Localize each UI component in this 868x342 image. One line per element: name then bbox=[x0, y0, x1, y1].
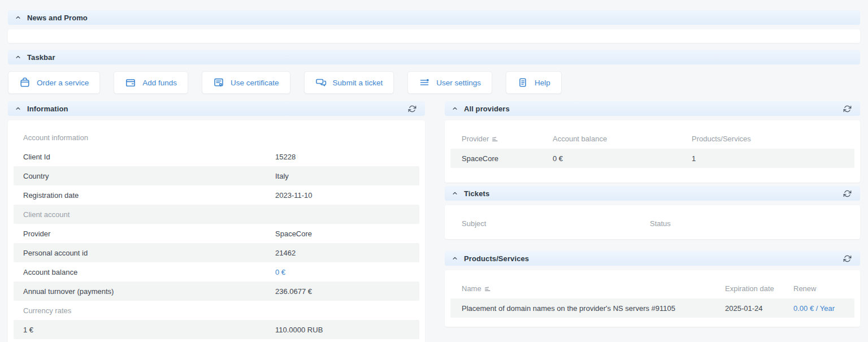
refresh-icon[interactable] bbox=[842, 103, 853, 114]
info-row-label: Country bbox=[23, 172, 275, 180]
column-header-subject: Subject bbox=[462, 219, 650, 228]
column-header-status: Status bbox=[650, 219, 843, 228]
page: News and Promo Taskbar Order a serviceAd… bbox=[0, 0, 868, 342]
provider-row[interactable]: SpaceCore0 €1 bbox=[450, 149, 854, 168]
column-header-label: Account balance bbox=[553, 135, 607, 143]
product-renew-link[interactable]: 0.00 € / Year bbox=[793, 304, 843, 313]
info-data-row: Account balance0 € bbox=[14, 262, 419, 282]
tickets-panel: SubjectStatus bbox=[445, 205, 860, 239]
section-header-products[interactable]: Products/Services bbox=[445, 251, 860, 266]
info-row-label: Account balance bbox=[23, 268, 275, 276]
taskbar-button-label: Order a service bbox=[37, 79, 89, 87]
info-data-row: Annual turnover (payments)236.0677 € bbox=[14, 282, 419, 301]
info-row-label: Registration date bbox=[23, 191, 275, 200]
column-header-label: Status bbox=[650, 219, 671, 228]
column-header-label: Name bbox=[462, 284, 481, 293]
right-column: All providers ProviderAccount balancePro… bbox=[445, 101, 860, 327]
section-header-taskbar[interactable]: Taskbar bbox=[8, 50, 860, 64]
section-title-news: News and Promo bbox=[27, 14, 88, 22]
info-row-label: 1 € bbox=[23, 326, 275, 334]
info-data-row: CountryItaly bbox=[14, 166, 419, 185]
refresh-icon[interactable] bbox=[407, 103, 418, 114]
column-header-label: Provider bbox=[462, 135, 489, 143]
info-data-row: Client Id15228 bbox=[14, 147, 419, 166]
settings-list-icon bbox=[419, 77, 430, 88]
refresh-icon[interactable] bbox=[842, 188, 853, 199]
chevron-up-icon bbox=[452, 106, 458, 111]
section-header-information[interactable]: Information bbox=[8, 101, 425, 116]
chevron-up-icon bbox=[452, 191, 458, 196]
document-icon bbox=[517, 77, 528, 88]
providers-panel: ProviderAccount balanceProducts/Services… bbox=[445, 120, 860, 183]
taskbar-button-label: Submit a ticket bbox=[333, 79, 383, 87]
column-header-expiration-date: Expiration date bbox=[725, 284, 793, 293]
info-row-value: 236.0677 € bbox=[275, 287, 410, 296]
taskbar-button-label: Help bbox=[535, 79, 550, 87]
certificate-icon bbox=[213, 77, 224, 88]
information-panel: Account informationClient Id15228Country… bbox=[8, 120, 425, 342]
wallet-icon bbox=[125, 77, 136, 88]
section-title-taskbar: Taskbar bbox=[27, 53, 55, 62]
info-section-row: Client account bbox=[14, 205, 419, 224]
column-header-label: Products/Services bbox=[692, 135, 751, 143]
provider-cell: 0 € bbox=[553, 154, 692, 163]
info-data-row: ProviderSpaceCore bbox=[14, 224, 419, 243]
sort-asc-icon bbox=[484, 286, 491, 292]
info-row-value[interactable]: 0 € bbox=[275, 268, 410, 276]
taskbar-buttons: Order a serviceAdd fundsUse certificateS… bbox=[8, 71, 860, 94]
info-section-label: Currency rates bbox=[23, 306, 410, 315]
provider-cell: SpaceCore bbox=[462, 154, 553, 163]
product-expiration-date: 2025-01-24 bbox=[725, 304, 793, 313]
info-row-value: 2023-11-10 bbox=[275, 191, 410, 200]
info-section-label: Account information bbox=[23, 133, 410, 142]
taskbar-button-use-certificate[interactable]: Use certificate bbox=[202, 71, 290, 94]
column-header-label: Renew bbox=[793, 284, 816, 293]
taskbar-button-submit-a-ticket[interactable]: Submit a ticket bbox=[304, 71, 394, 94]
info-section-label: Client account bbox=[23, 210, 410, 219]
provider-cell: 1 bbox=[692, 154, 843, 163]
products-panel: NameExpiration dateRenew Placement of do… bbox=[445, 270, 860, 327]
section-title-tickets: Tickets bbox=[464, 189, 489, 198]
info-data-row: Personal account id21462 bbox=[14, 243, 419, 262]
sort-asc-icon bbox=[492, 136, 498, 142]
section-header-tickets[interactable]: Tickets bbox=[445, 186, 860, 201]
column-header-renew: Renew bbox=[793, 284, 843, 293]
column-header-label: Subject bbox=[462, 219, 486, 228]
section-header-news[interactable]: News and Promo bbox=[8, 10, 860, 25]
taskbar-button-order-a-service[interactable]: Order a service bbox=[8, 71, 100, 94]
chevron-up-icon bbox=[15, 54, 21, 60]
product-row[interactable]: Placement of domain names on the provide… bbox=[450, 298, 854, 318]
info-row-value: Italy bbox=[275, 172, 410, 180]
info-data-row: 1 €110.0000 RUB bbox=[14, 320, 419, 339]
section-title-products: Products/Services bbox=[464, 254, 529, 263]
taskbar-button-help[interactable]: Help bbox=[506, 71, 562, 94]
column-header-products-services: Products/Services bbox=[692, 135, 843, 143]
taskbar-button-label: User settings bbox=[436, 79, 481, 87]
column-header-account-balance: Account balance bbox=[553, 135, 692, 143]
taskbar-button-user-settings[interactable]: User settings bbox=[407, 71, 492, 94]
taskbar-button-label: Use certificate bbox=[231, 79, 279, 87]
section-title-providers: All providers bbox=[464, 105, 510, 113]
section-header-providers[interactable]: All providers bbox=[445, 101, 860, 116]
chat-bubbles-icon bbox=[315, 77, 327, 88]
info-row-label: Annual turnover (payments) bbox=[23, 287, 275, 296]
left-column: Information Account informationClient Id… bbox=[8, 101, 425, 342]
info-section-row: Account information bbox=[14, 128, 419, 147]
info-section-row: Currency rates bbox=[14, 301, 419, 320]
tickets-table-header: SubjectStatus bbox=[450, 213, 854, 233]
info-row-value: SpaceCore bbox=[275, 230, 410, 238]
info-row-label: Provider bbox=[23, 230, 275, 238]
info-row-value: 21462 bbox=[275, 249, 410, 257]
info-row-label: Client Id bbox=[23, 153, 275, 161]
taskbar-button-add-funds[interactable]: Add funds bbox=[114, 71, 188, 94]
main-grid: Information Account informationClient Id… bbox=[8, 101, 860, 342]
taskbar-button-label: Add funds bbox=[142, 79, 177, 87]
providers-table-header: ProviderAccount balanceProducts/Services bbox=[450, 128, 854, 149]
column-header-provider[interactable]: Provider bbox=[462, 135, 553, 143]
column-header-name[interactable]: Name bbox=[462, 284, 725, 293]
info-row-value: 15228 bbox=[275, 153, 410, 161]
info-row-value: 110.0000 RUB bbox=[275, 326, 410, 334]
info-data-row: Registration date2023-11-10 bbox=[14, 185, 419, 205]
products-table-rows: Placement of domain names on the provide… bbox=[450, 298, 854, 318]
refresh-icon[interactable] bbox=[842, 253, 853, 264]
